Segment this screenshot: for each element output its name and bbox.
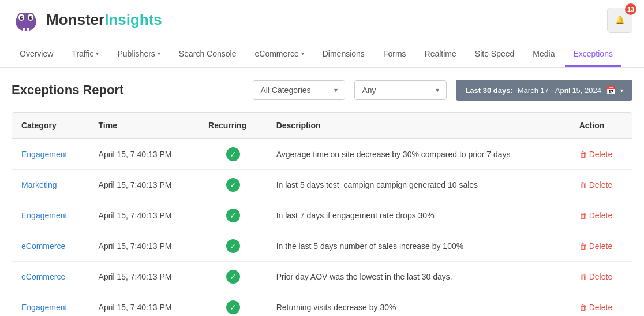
- header: MonsterInsights 🔔 13: [0, 0, 644, 40]
- logo-area: MonsterInsights: [12, 6, 162, 35]
- svg-point-8: [31, 17, 32, 18]
- bell-icon: 🔔: [615, 16, 625, 24]
- delete-button[interactable]: 🗑 Delete: [579, 241, 612, 251]
- svg-point-5: [20, 16, 23, 20]
- nav-label-ecommerce: eCommerce: [254, 49, 298, 58]
- nav-item-site-speed[interactable]: Site Speed: [467, 42, 523, 67]
- chevron-down-icon: ▾: [334, 86, 338, 94]
- nav-label-forms: Forms: [383, 49, 406, 58]
- nav-item-media[interactable]: Media: [525, 42, 563, 67]
- cell-category: Engagement: [12, 292, 89, 317]
- cell-category: Marketing: [12, 170, 89, 200]
- cell-time: April 15, 7:40:13 PM: [89, 262, 199, 292]
- report-title: Exceptions Report: [12, 83, 244, 98]
- main-content: Exceptions Report All Categories ▾ Any ▾…: [0, 68, 644, 316]
- date-range-prefix: Last 30 days:: [465, 86, 512, 95]
- delete-label: Delete: [589, 211, 612, 220]
- any-filter-dropdown[interactable]: Any ▾: [354, 80, 447, 100]
- notification-badge: 13: [625, 3, 636, 15]
- table-row: eCommerce April 15, 7:40:13 PM ✓ In the …: [12, 231, 632, 262]
- delete-button[interactable]: 🗑 Delete: [579, 272, 612, 281]
- cell-recurring: ✓: [199, 170, 267, 200]
- nav-item-overview[interactable]: Overview: [12, 42, 61, 67]
- cell-time: April 15, 7:40:13 PM: [89, 170, 199, 200]
- nav-label-publishers: Publishers: [117, 49, 155, 58]
- cell-description: Returning visits decrease by 30%: [267, 292, 570, 317]
- cell-recurring: ✓: [199, 200, 267, 231]
- logo-monster-text: Monster: [46, 11, 104, 28]
- nav-item-realtime[interactable]: Realtime: [417, 42, 465, 67]
- nav-label-search-console: Search Console: [179, 49, 237, 58]
- navigation: Overview Traffic ▾ Publishers ▾ Search C…: [0, 40, 644, 68]
- cell-action: 🗑 Delete: [570, 139, 632, 170]
- nav-label-realtime: Realtime: [425, 49, 456, 58]
- chevron-down-icon: ▾: [301, 50, 304, 57]
- delete-label: Delete: [589, 180, 612, 189]
- delete-button[interactable]: 🗑 Delete: [579, 150, 612, 159]
- svg-point-7: [21, 17, 23, 18]
- cell-category: eCommerce: [12, 231, 89, 262]
- trash-icon: 🗑: [579, 303, 587, 312]
- nav-item-publishers[interactable]: Publishers ▾: [109, 42, 168, 67]
- cell-action: 🗑 Delete: [570, 200, 632, 231]
- cell-action: 🗑 Delete: [570, 262, 632, 292]
- delete-button[interactable]: 🗑 Delete: [579, 303, 612, 312]
- cell-time: April 15, 7:40:13 PM: [89, 231, 199, 262]
- cell-time: April 15, 7:40:13 PM: [89, 139, 199, 170]
- svg-rect-9: [23, 28, 25, 31]
- delete-button[interactable]: 🗑 Delete: [579, 180, 612, 189]
- cell-recurring: ✓: [199, 139, 267, 170]
- logo-text: MonsterInsights: [46, 11, 162, 29]
- nav-label-overview: Overview: [20, 49, 53, 58]
- notification-button[interactable]: 🔔 13: [607, 8, 632, 33]
- table-row: Engagement April 15, 7:40:13 PM ✓ Avgera…: [12, 139, 632, 170]
- cell-description: Avgerage time on site decrease by 30% co…: [267, 139, 570, 170]
- nav-label-site-speed: Site Speed: [475, 49, 515, 58]
- delete-button[interactable]: 🗑 Delete: [579, 211, 612, 220]
- nav-item-exceptions[interactable]: Exceptions: [565, 42, 620, 67]
- table-row: Marketing April 15, 7:40:13 PM ✓ In last…: [12, 170, 632, 200]
- header-right: 🔔 13: [607, 8, 632, 33]
- nav-item-forms[interactable]: Forms: [375, 42, 414, 67]
- nav-label-dimensions: Dimensions: [323, 49, 365, 58]
- svg-point-6: [29, 16, 32, 20]
- col-header-action: Action: [570, 113, 632, 139]
- table-row: Engagement April 15, 7:40:13 PM ✓ Return…: [12, 292, 632, 317]
- cell-category: eCommerce: [12, 262, 89, 292]
- report-header: Exceptions Report All Categories ▾ Any ▾…: [12, 80, 632, 101]
- nav-item-traffic[interactable]: Traffic ▾: [63, 42, 107, 67]
- col-header-category: Category: [12, 113, 89, 139]
- trash-icon: 🗑: [579, 211, 587, 220]
- nav-item-dimensions[interactable]: Dimensions: [314, 42, 373, 67]
- logo-insights-text: Insights: [104, 11, 162, 28]
- nav-item-search-console[interactable]: Search Console: [171, 42, 245, 67]
- trash-icon: 🗑: [579, 150, 587, 159]
- delete-label: Delete: [589, 272, 612, 281]
- cell-action: 🗑 Delete: [570, 292, 632, 317]
- col-header-description: Description: [267, 113, 570, 139]
- recurring-check-icon: ✓: [226, 147, 240, 161]
- delete-label: Delete: [589, 150, 612, 159]
- delete-label: Delete: [589, 241, 612, 251]
- date-range-value: March 17 - April 15, 2024: [518, 86, 601, 95]
- date-range-button[interactable]: Last 30 days: March 17 - April 15, 2024 …: [456, 80, 632, 101]
- category-filter-dropdown[interactable]: All Categories ▾: [253, 80, 345, 100]
- cell-recurring: ✓: [199, 292, 267, 317]
- exceptions-table-container: Category Time Recurring Description Acti…: [12, 112, 632, 316]
- cell-time: April 15, 7:40:13 PM: [89, 292, 199, 317]
- table-header-row: Category Time Recurring Description Acti…: [12, 113, 632, 139]
- chevron-down-icon: ▾: [96, 50, 99, 57]
- cell-action: 🗑 Delete: [570, 231, 632, 262]
- nav-item-ecommerce[interactable]: eCommerce ▾: [246, 42, 312, 67]
- delete-label: Delete: [589, 303, 612, 312]
- exceptions-table: Category Time Recurring Description Acti…: [12, 113, 632, 316]
- col-header-time: Time: [89, 113, 199, 139]
- trash-icon: 🗑: [579, 242, 587, 251]
- recurring-check-icon: ✓: [226, 300, 240, 314]
- chevron-down-icon: ▾: [158, 50, 160, 57]
- cell-action: 🗑 Delete: [570, 170, 632, 200]
- cell-description: In last 5 days test_campign campign gene…: [267, 170, 570, 200]
- cell-category: Engagement: [12, 139, 89, 170]
- category-filter-label: All Categories: [260, 85, 310, 95]
- cell-description: In the last 5 days number of sales incre…: [267, 231, 570, 262]
